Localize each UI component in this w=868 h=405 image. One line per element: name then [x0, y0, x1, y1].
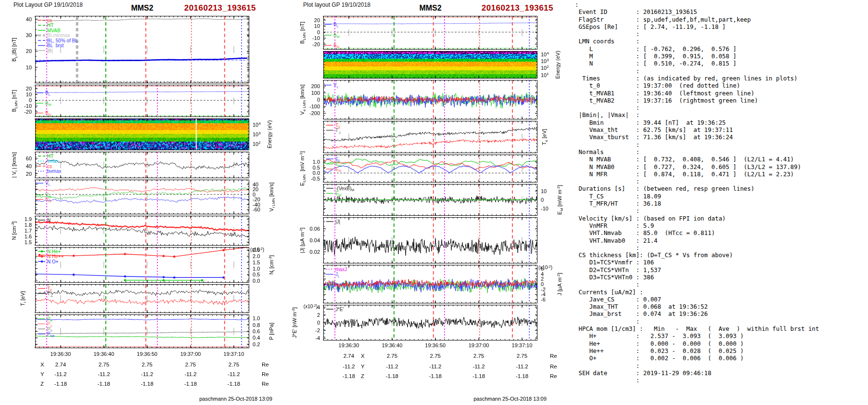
x-axis-time-label: 19:36:30 — [51, 351, 71, 357]
ephemeris-value: 2.75 — [473, 353, 484, 359]
ephemeris-value: -1.18 — [429, 373, 442, 379]
ephemeris-row-label: Z — [361, 373, 364, 379]
ephemeris-unit: Re — [550, 373, 557, 379]
middle-plot-footer: paschmann 25-Oct-2018 13:09 — [438, 396, 582, 402]
ephemeris-value: -1.18 — [184, 381, 197, 387]
ephemeris-value: -11.2 — [98, 371, 110, 377]
ephemeris-unit: Re — [550, 364, 557, 369]
x-axis-time-label: 19:36:40 — [382, 342, 402, 348]
ephemeris-value: 2.75 — [229, 362, 239, 367]
ephemeris-value: 2.75 — [430, 353, 441, 359]
ephemeris-value: -1.18 — [516, 373, 528, 379]
ephemeris-value: -11.2 — [184, 371, 196, 377]
ephemeris-value: 2.74 — [344, 353, 354, 359]
ephemeris-value: -11.2 — [472, 364, 485, 369]
event-info-panel: : Event ID : 20160213_193615 FlagStr : s… — [575, 1, 819, 384]
ephemeris-row-label: X — [40, 362, 44, 367]
ephemeris-value: 2.75 — [142, 362, 153, 367]
ephemeris-value: -11.2 — [228, 371, 240, 377]
ephemeris-value: 2.75 — [99, 362, 109, 367]
middle-plot-canvas — [286, 12, 575, 347]
x-axis-time-label: 19:37:00 — [469, 342, 489, 348]
left-event-id-label: 20160213_193615 — [120, 3, 256, 13]
x-axis-time-label: 19:36:50 — [425, 342, 446, 348]
x-axis-time-label: 19:37:10 — [512, 342, 533, 348]
ephemeris-value: -11.2 — [343, 364, 355, 369]
ephemeris-value: 2.75 — [185, 362, 196, 367]
ephemeris-value: -1.18 — [228, 381, 240, 387]
ephemeris-value: -1.18 — [343, 373, 355, 379]
ephemeris-row-label: Y — [40, 371, 44, 377]
ephemeris-value: -1.18 — [141, 381, 153, 387]
ephemeris-value: -1.18 — [98, 381, 110, 387]
ephemeris-value: 2.75 — [387, 353, 397, 359]
ephemeris-value: -11.2 — [54, 371, 66, 377]
left-plot-canvas — [0, 12, 283, 355]
mms-event-viewer-window: Plot Layout GP 19/10/2018 MMS2 20160213_… — [0, 0, 868, 405]
ephemeris-value: -11.2 — [516, 364, 528, 369]
x-axis-time-label: 19:36:50 — [137, 351, 157, 357]
middle-event-id-label: 20160213_193615 — [418, 3, 553, 13]
ephemeris-unit: Re — [262, 381, 269, 387]
ephemeris-value: -1.18 — [472, 373, 485, 379]
x-axis-time-label: 19:36:40 — [93, 351, 114, 357]
ephemeris-unit: Re — [262, 362, 269, 367]
ephemeris-value: 2.75 — [517, 353, 527, 359]
x-axis-time-label: 19:37:10 — [224, 351, 244, 357]
x-axis-time-label: 19:36:30 — [339, 342, 359, 348]
ephemeris-row-label: Z — [40, 381, 44, 387]
ephemeris-row-label: Y — [361, 364, 365, 369]
ephemeris-value: -1.18 — [386, 373, 398, 379]
ephemeris-row-label: X — [361, 353, 365, 359]
x-axis-time-label: 19:37:00 — [180, 351, 201, 357]
ephemeris-unit: Re — [550, 353, 557, 359]
ephemeris-value: -1.18 — [54, 381, 67, 387]
ephemeris-value: -11.2 — [141, 371, 153, 377]
ephemeris-unit: Re — [262, 371, 269, 377]
ephemeris-value: 2.74 — [55, 362, 66, 367]
ephemeris-value: -11.2 — [429, 364, 441, 369]
ephemeris-value: -11.2 — [386, 364, 398, 369]
left-plot-footer: paschmann 25-Oct-2018 13:09 — [164, 396, 308, 402]
